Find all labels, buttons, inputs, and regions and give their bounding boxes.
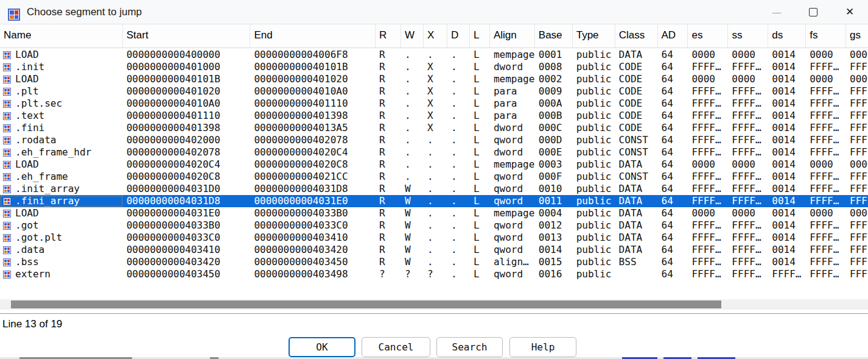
maximize-button[interactable]: [795, 0, 831, 24]
close-button[interactable]: ✕: [831, 0, 868, 24]
column-header-type[interactable]: Type: [573, 24, 615, 48]
cell-align: mempage: [490, 49, 535, 61]
search-button[interactable]: Search: [436, 337, 503, 357]
table-row[interactable]: .eh_frame00000000004020C800000000004021C…: [0, 171, 868, 183]
cell-name: extern: [0, 268, 123, 280]
column-header-d[interactable]: D: [447, 24, 470, 48]
table-row[interactable]: LOAD00000000004031E000000000004033B0RW..…: [0, 207, 868, 219]
cell-ss: FFFF…: [728, 146, 768, 158]
segment-name-label: .fini_array: [15, 195, 80, 207]
cell-ds: 0014: [768, 207, 806, 219]
column-header-base[interactable]: Base: [535, 24, 573, 48]
cell-align: qword: [490, 268, 535, 280]
column-header-start[interactable]: Start: [123, 24, 251, 48]
dialog-title: Choose segment to jump: [27, 6, 142, 18]
segment-icon: [3, 258, 11, 266]
segment-icon: [3, 88, 11, 96]
segment-name-label: .bss: [15, 256, 39, 268]
segment-name-label: .fini: [15, 122, 44, 134]
column-header-x[interactable]: X: [424, 24, 447, 48]
cell-d: .: [447, 158, 470, 171]
cell-type: public: [573, 183, 615, 195]
cell-type: public: [573, 98, 615, 110]
segment-icon: [3, 185, 11, 193]
segment-name-label: .eh_frame: [15, 171, 68, 183]
table-row[interactable]: .plt000000000040102000000000004010A0R.X.…: [0, 85, 868, 98]
column-header-w[interactable]: W: [401, 24, 424, 48]
segment-icon: [3, 112, 11, 120]
horizontal-scrollbar[interactable]: [0, 299, 868, 310]
column-header-align[interactable]: Align: [490, 24, 535, 48]
column-header-l[interactable]: L: [470, 24, 490, 48]
segment-icon: [3, 222, 11, 230]
cell-base: 000C: [535, 122, 573, 134]
table-row[interactable]: .data00000000004034100000000000403420RW.…: [0, 244, 868, 256]
cell-start: 00000000004031D8: [123, 195, 251, 207]
cell-end: 0000000000401110: [250, 98, 376, 110]
segment-icon: [3, 210, 11, 218]
column-header-ds[interactable]: ds: [768, 24, 806, 48]
cell-ad: 64: [658, 134, 688, 146]
cell-name: .eh_frame: [0, 171, 123, 183]
column-header-ss[interactable]: ss: [728, 24, 768, 48]
segment-name-label: .init: [15, 61, 44, 73]
cell-cls: CODE: [615, 110, 658, 122]
table-row[interactable]: LOAD00000000004020C400000000004020C8R...…: [0, 158, 868, 171]
scrollbar-thumb[interactable]: [11, 300, 721, 308]
cell-ad: 64: [658, 183, 688, 195]
cell-align: qword: [490, 134, 535, 146]
column-header-name[interactable]: Name: [0, 24, 123, 48]
segment-icon: [3, 271, 11, 279]
cell-start: 0000000000401020: [123, 85, 251, 98]
cell-ad: 64: [658, 73, 688, 85]
table-row[interactable]: .plt.sec00000000004010A00000000000401110…: [0, 98, 868, 110]
cell-l: L: [470, 219, 490, 232]
cell-l: L: [470, 146, 490, 158]
cell-l: L: [470, 195, 490, 207]
cell-align: qword: [490, 232, 535, 244]
table-row[interactable]: .bss00000000004034200000000000403450RW..…: [0, 256, 868, 268]
minimize-button[interactable]: —: [758, 0, 795, 24]
cell-d: .: [447, 207, 470, 219]
cell-align: qword: [490, 219, 535, 232]
column-header-cls[interactable]: Class: [615, 24, 658, 48]
column-header-ad[interactable]: AD: [658, 24, 688, 48]
cell-x: X: [424, 122, 447, 134]
cell-l: L: [470, 207, 490, 219]
cell-es: FFFF…: [688, 146, 728, 158]
column-header-es[interactable]: es: [688, 24, 728, 48]
cell-end: 00000000004020C8: [250, 158, 376, 171]
cell-r: R: [376, 110, 401, 122]
column-header-end[interactable]: End: [250, 24, 376, 48]
segment-icon: [3, 149, 11, 157]
cell-d: .: [447, 232, 470, 244]
cell-ss: FFFF…: [728, 219, 768, 232]
table-row[interactable]: .rodata00000000004020000000000000402078R…: [0, 134, 868, 146]
column-header-fs[interactable]: fs: [806, 24, 846, 48]
cell-gs: FFFF…: [846, 256, 868, 268]
cell-name: .rodata: [0, 134, 123, 146]
cell-base: 0013: [535, 232, 573, 244]
table-row[interactable]: LOAD000000000040101B0000000000401020R.X.…: [0, 73, 868, 85]
cancel-button[interactable]: Cancel: [362, 337, 430, 357]
cell-gs: 0000: [846, 207, 868, 219]
table-row[interactable]: .init_array00000000004031D00000000000403…: [0, 183, 868, 195]
column-header-r[interactable]: R: [376, 24, 401, 48]
ok-button[interactable]: OK: [289, 337, 355, 357]
table-row[interactable]: .init0000000000401000000000000040101BR.X…: [0, 61, 868, 73]
table-row[interactable]: .eh_frame_hdr000000000040207800000000004…: [0, 146, 868, 158]
cell-x: X: [424, 85, 447, 98]
table-header: NameStartEndRWXDLAlignBaseTypeClassADess…: [0, 24, 868, 48]
table-row[interactable]: .fini_array00000000004031D80000000000403…: [0, 195, 868, 207]
cell-ds: 0014: [768, 146, 806, 158]
cell-r: R: [376, 85, 401, 98]
column-header-gs[interactable]: gs: [846, 24, 868, 48]
table-row[interactable]: .got00000000004033B000000000004033C0RW..…: [0, 219, 868, 232]
table-row[interactable]: .text00000000004011100000000000401398R.X…: [0, 110, 868, 122]
table-row[interactable]: .fini000000000040139800000000004013A5R.X…: [0, 122, 868, 134]
help-button[interactable]: Help: [509, 337, 576, 357]
table-row[interactable]: .got.plt00000000004033C00000000000403410…: [0, 232, 868, 244]
segment-name-label: LOAD: [15, 73, 39, 85]
table-row[interactable]: LOAD000000000040000000000000004006F8R...…: [0, 49, 868, 61]
table-row[interactable]: extern00000000004034500000000000403498??…: [0, 268, 868, 280]
